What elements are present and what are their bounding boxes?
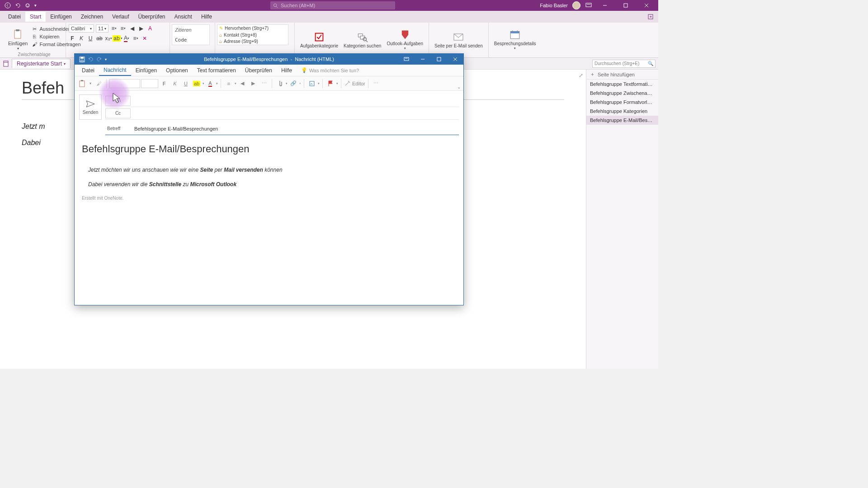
- font-color-button[interactable]: A: [205, 79, 215, 89]
- highlight-button[interactable]: ab▾: [114, 34, 121, 42]
- meeting-details-button[interactable]: Besprechungsdetails▾: [491, 24, 539, 56]
- menu-start[interactable]: Start: [25, 12, 46, 22]
- cc-button[interactable]: Cc: [105, 108, 131, 118]
- strike-button[interactable]: ab: [96, 34, 103, 42]
- qat-more-icon[interactable]: ▾: [34, 3, 37, 8]
- link-button[interactable]: 🔗: [288, 79, 298, 89]
- undo-icon[interactable]: [88, 56, 94, 62]
- send-button[interactable]: Senden: [79, 94, 102, 120]
- close-button[interactable]: [447, 54, 463, 65]
- find-categories-button[interactable]: Kategorien suchen: [341, 24, 384, 56]
- attach-button[interactable]: [275, 79, 285, 89]
- page-list-item[interactable]: Befehlsgruppe Zwischenablage: [586, 89, 658, 98]
- task-category-button[interactable]: Aufgabenkategorie: [297, 24, 341, 56]
- touch-mode-icon[interactable]: [24, 2, 31, 9]
- menu-zeichnen[interactable]: Zeichnen: [76, 12, 108, 22]
- erase-button[interactable]: ✕: [141, 34, 148, 42]
- qat-more-icon[interactable]: ▾: [105, 57, 107, 61]
- font-name-select[interactable]: Calibri▾: [69, 24, 94, 33]
- user-avatar[interactable]: [572, 1, 580, 9]
- paste-button[interactable]: Einfügen ▾: [5, 24, 30, 56]
- more-commands-button[interactable]: ⋯: [371, 79, 381, 89]
- menu-ueberpruefen[interactable]: Überprüfen: [133, 12, 170, 22]
- bold-button[interactable]: F: [69, 34, 76, 42]
- editor-button[interactable]: Editor: [344, 79, 365, 89]
- page-list-item[interactable]: Befehlsgruppe E-Mail/Besprechu: [586, 116, 658, 125]
- font-size-select[interactable]: 11▾: [96, 24, 108, 33]
- flag-button[interactable]: [326, 79, 335, 89]
- format-painter-icon[interactable]: 🖌: [94, 79, 104, 89]
- save-icon[interactable]: [79, 56, 85, 62]
- indent-button[interactable]: ▶: [248, 79, 258, 89]
- search-box[interactable]: Suchen (Alt+M): [270, 1, 395, 9]
- menu-datei[interactable]: Datei: [4, 12, 25, 22]
- underline-button[interactable]: U: [87, 34, 94, 42]
- ol-menu-einfuegen[interactable]: Einfügen: [131, 66, 161, 75]
- ol-menu-nachricht[interactable]: Nachricht: [99, 65, 131, 76]
- outdent-button[interactable]: ◀: [128, 24, 136, 33]
- ribbon-display-icon[interactable]: [585, 2, 592, 9]
- maximize-button[interactable]: [618, 0, 634, 11]
- underline-button[interactable]: U: [181, 79, 191, 89]
- cc-input[interactable]: [134, 113, 459, 114]
- section-tab[interactable]: Registerkarte Start ▾: [12, 59, 71, 68]
- tags-gallery[interactable]: ✎Hervorheben (Strg+7) ⌂Kontakt (Strg+8) …: [217, 24, 288, 45]
- bold-button[interactable]: F: [159, 79, 169, 89]
- font-size-input[interactable]: [141, 79, 158, 88]
- nav-back-icon[interactable]: [5, 2, 11, 9]
- signature-button[interactable]: [307, 79, 317, 89]
- highlight-button[interactable]: ab: [192, 79, 202, 89]
- font-color-button[interactable]: A▾: [123, 34, 130, 42]
- share-button[interactable]: [647, 14, 658, 20]
- italic-button[interactable]: K: [170, 79, 180, 89]
- font-name-input[interactable]: [109, 79, 140, 88]
- tag-highlight[interactable]: ✎Hervorheben (Strg+7): [217, 25, 288, 32]
- subject-input[interactable]: Befehlsgruppe E-Mail/Besprechungen: [134, 125, 459, 132]
- ol-menu-ueberpruefen[interactable]: Überprüfen: [241, 66, 277, 75]
- page-search-input[interactable]: Durchsuchen (Strg+E)🔍: [592, 60, 656, 68]
- more-format-button[interactable]: ⋯: [259, 79, 269, 89]
- expand-icon[interactable]: ⤢: [579, 72, 583, 79]
- outlook-message-body[interactable]: Befehlsgruppe E-Mail/Besprechungen Jetzt…: [75, 135, 463, 305]
- tell-me-input[interactable]: 💡Was möchten Sie tun?: [301, 67, 359, 73]
- to-button[interactable]: An: [105, 96, 131, 106]
- paste-button[interactable]: [77, 79, 87, 89]
- tag-address[interactable]: ⌂Adresse (Strg+9): [217, 38, 288, 45]
- to-input[interactable]: [134, 100, 459, 102]
- add-page-button[interactable]: ＋Seite hinzufügen: [586, 70, 658, 80]
- ol-menu-text[interactable]: Text formatieren: [193, 66, 241, 75]
- tag-contact[interactable]: ⌂Kontakt (Strg+8): [217, 32, 288, 38]
- user-name[interactable]: Fabio Basler: [540, 3, 568, 8]
- outlook-titlebar[interactable]: ▾ Befehlsgruppe E-Mail/Besprechungen - N…: [75, 54, 463, 65]
- redo-icon[interactable]: [96, 56, 102, 62]
- subscript-button[interactable]: x₂▾: [105, 34, 112, 42]
- email-page-button[interactable]: Seite per E-Mail senden: [432, 24, 486, 56]
- page-list-item[interactable]: Befehlsgruppe Formatvorlagen: [586, 98, 658, 107]
- clear-format-button[interactable]: A: [146, 24, 154, 33]
- undo-icon[interactable]: [14, 2, 21, 9]
- indent-button[interactable]: ▶: [137, 24, 145, 33]
- outlook-tasks-button[interactable]: Outlook-Aufgaben▾: [384, 24, 426, 56]
- bullets-button[interactable]: ≡: [224, 79, 234, 89]
- ribbon-options-icon[interactable]: [398, 54, 415, 65]
- page-list-item[interactable]: Befehlsgruppe Kategorien: [586, 107, 658, 116]
- notebook-icon[interactable]: [3, 61, 9, 67]
- menu-verlauf[interactable]: Verlauf: [108, 12, 133, 22]
- ol-menu-hilfe[interactable]: Hilfe: [277, 66, 297, 75]
- close-button[interactable]: [638, 0, 655, 11]
- minimize-button[interactable]: [597, 0, 613, 11]
- paste-dropdown[interactable]: ▾: [88, 79, 93, 89]
- ol-menu-datei[interactable]: Datei: [77, 66, 99, 75]
- menu-hilfe[interactable]: Hilfe: [197, 12, 217, 22]
- align-button[interactable]: ≡▾: [132, 34, 139, 42]
- outdent-button[interactable]: ◀: [237, 79, 247, 89]
- minimize-button[interactable]: [415, 54, 431, 65]
- menu-ansicht[interactable]: Ansicht: [170, 12, 197, 22]
- italic-button[interactable]: K: [78, 34, 85, 42]
- maximize-button[interactable]: [431, 54, 447, 65]
- bullets-button[interactable]: ≡▾: [110, 24, 118, 33]
- numbering-button[interactable]: ≡▾: [119, 24, 127, 33]
- collapse-ribbon-icon[interactable]: ⌄: [457, 84, 461, 89]
- styles-gallery[interactable]: Zitieren Code: [172, 24, 210, 45]
- ol-menu-optionen[interactable]: Optionen: [161, 66, 193, 75]
